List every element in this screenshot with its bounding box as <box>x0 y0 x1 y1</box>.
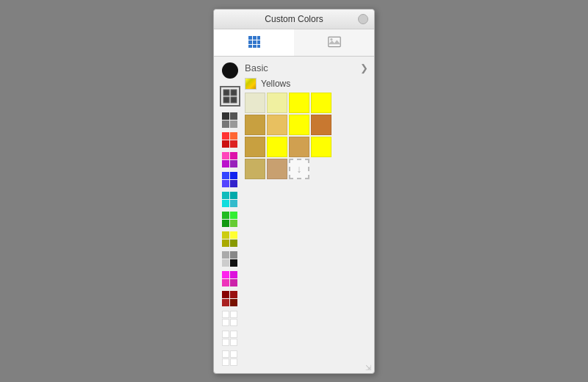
palette-button[interactable] <box>220 86 240 107</box>
swatch-red3[interactable] <box>222 140 229 148</box>
swatch-y8[interactable] <box>311 115 331 135</box>
swatch-mag1[interactable] <box>222 271 229 278</box>
swatch-y12[interactable] <box>311 137 331 157</box>
swatch-mag4[interactable] <box>230 279 237 286</box>
swatch-yellow4[interactable] <box>230 239 237 247</box>
swatch-y1[interactable] <box>245 93 265 113</box>
swatch-gray4[interactable] <box>230 120 237 128</box>
yellows-category-icon <box>245 78 257 90</box>
swatch-y9[interactable] <box>245 137 265 157</box>
left-panel <box>220 62 240 367</box>
swatch-green3[interactable] <box>222 220 229 227</box>
swatch-y2[interactable] <box>267 93 287 113</box>
swatch-e6[interactable] <box>230 331 237 338</box>
title-bar: Custom Colors <box>214 10 374 29</box>
svg-rect-15 <box>231 97 237 103</box>
svg-rect-6 <box>248 45 252 48</box>
swatch-y4[interactable] <box>311 93 331 113</box>
swatch-red2[interactable] <box>230 132 237 140</box>
svg-rect-9 <box>328 37 340 46</box>
swatch-dr3[interactable] <box>222 299 229 306</box>
swatch-bw1[interactable] <box>222 251 229 259</box>
close-button[interactable] <box>358 14 368 24</box>
swatch-red4[interactable] <box>230 140 237 148</box>
color-group-red <box>222 132 238 148</box>
swatch-pink4[interactable] <box>230 160 237 167</box>
swatch-green2[interactable] <box>230 212 237 219</box>
swatch-e4[interactable] <box>230 319 237 326</box>
swatch-mag2[interactable] <box>230 271 237 278</box>
section-title-basic: Basic <box>245 62 268 73</box>
swatch-y15-dashed[interactable]: ↓ <box>289 159 309 179</box>
swatch-blue3[interactable] <box>222 180 229 187</box>
swatch-y6[interactable] <box>267 115 287 135</box>
svg-rect-4 <box>253 40 257 44</box>
color-group-cyan <box>222 192 238 207</box>
color-group-blue <box>222 172 238 187</box>
section-header-basic: Basic ❯ <box>245 62 368 73</box>
color-group-bw <box>222 251 238 267</box>
swatch-dr2[interactable] <box>230 291 237 298</box>
svg-rect-12 <box>223 90 229 96</box>
svg-rect-13 <box>231 90 237 96</box>
svg-rect-8 <box>257 45 260 48</box>
tab-grid[interactable] <box>214 29 294 56</box>
swatch-blue2[interactable] <box>230 172 237 179</box>
swatch-y11[interactable] <box>289 137 309 157</box>
swatch-mag3[interactable] <box>222 279 229 286</box>
swatch-gray2[interactable] <box>230 112 237 120</box>
color-group-gray <box>222 112 238 128</box>
swatch-yellow1[interactable] <box>222 231 229 239</box>
swatch-red1[interactable] <box>222 132 229 140</box>
swatch-green4[interactable] <box>230 220 237 227</box>
swatch-e3[interactable] <box>222 319 229 326</box>
swatch-cyan3[interactable] <box>222 200 229 207</box>
swatch-blue1[interactable] <box>222 172 229 179</box>
swatch-pink3[interactable] <box>222 160 229 167</box>
swatch-pink1[interactable] <box>222 152 229 159</box>
svg-rect-5 <box>257 40 260 44</box>
swatch-y14[interactable] <box>267 159 287 179</box>
swatch-bw2[interactable] <box>230 251 237 259</box>
swatch-gray3[interactable] <box>222 120 229 128</box>
swatch-dr4[interactable] <box>230 299 237 306</box>
swatch-blue4[interactable] <box>230 180 237 187</box>
swatch-green1[interactable] <box>222 212 229 219</box>
swatch-bw3[interactable] <box>222 259 229 267</box>
swatch-cyan4[interactable] <box>230 200 237 207</box>
swatch-e7[interactable] <box>222 339 229 346</box>
svg-point-11 <box>330 38 332 40</box>
swatch-pink2[interactable] <box>230 152 237 159</box>
swatch-yellow2[interactable] <box>230 231 237 239</box>
swatch-y13[interactable] <box>245 159 265 179</box>
swatch-e5[interactable] <box>222 331 229 338</box>
swatch-gray1[interactable] <box>222 112 229 120</box>
svg-rect-3 <box>248 40 252 44</box>
swatch-yellow3[interactable] <box>222 239 229 247</box>
swatch-y5[interactable] <box>245 115 265 135</box>
right-panel: Basic ❯ Yellows <box>245 62 368 367</box>
swatch-e10[interactable] <box>230 350 237 358</box>
swatch-cyan2[interactable] <box>230 192 237 199</box>
swatch-y3[interactable] <box>289 93 309 113</box>
swatch-bw4[interactable] <box>230 259 237 267</box>
resize-handle[interactable]: ⇲ <box>365 364 371 372</box>
swatch-y10[interactable] <box>267 137 287 157</box>
swatch-e12[interactable] <box>230 358 237 366</box>
swatch-dr1[interactable] <box>222 291 229 298</box>
svg-rect-0 <box>248 36 252 40</box>
tab-image[interactable] <box>294 29 374 56</box>
swatch-e8[interactable] <box>230 339 237 346</box>
swatch-e11[interactable] <box>222 358 229 366</box>
main-content: Basic ❯ Yellows <box>214 57 374 373</box>
svg-rect-1 <box>253 36 257 40</box>
selected-color-circle <box>222 62 238 79</box>
swatch-e9[interactable] <box>222 350 229 358</box>
swatch-cyan1[interactable] <box>222 192 229 199</box>
swatch-y7[interactable] <box>289 115 309 135</box>
yellows-header: Yellows <box>245 78 368 90</box>
swatch-e1[interactable] <box>222 311 229 318</box>
color-group-green <box>222 212 238 227</box>
swatch-e2[interactable] <box>230 311 237 318</box>
custom-colors-dialog: Custom Colors <box>213 9 375 374</box>
